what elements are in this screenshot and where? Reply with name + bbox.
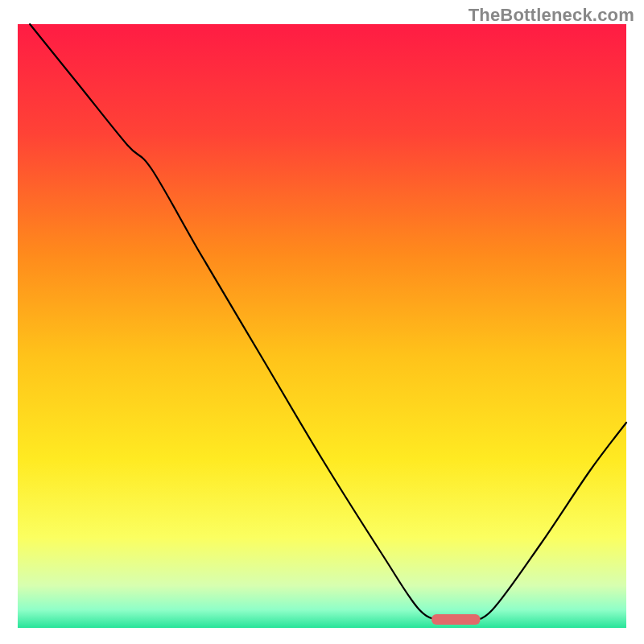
chart-frame: TheBottleneck.com [0,0,644,644]
optimal-zone-marker [431,614,480,625]
plot-area [18,24,626,628]
bottleneck-chart [0,0,644,644]
gradient-background [18,24,626,628]
watermark-text: TheBottleneck.com [469,5,634,26]
